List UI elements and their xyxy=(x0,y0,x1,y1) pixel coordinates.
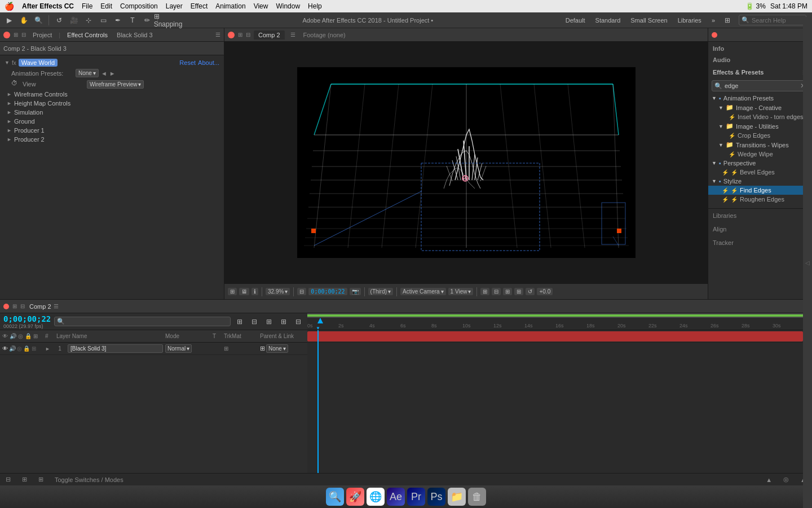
dock-ps[interactable]: Ps xyxy=(427,488,445,506)
tree-producer2[interactable]: ► Producer 2 xyxy=(0,135,224,144)
pan-tool[interactable]: ⊹ xyxy=(83,15,94,26)
item-inset-video[interactable]: ⚡ Inset Video - torn edges xyxy=(708,112,812,121)
comp-tab[interactable]: Comp 2 xyxy=(254,30,285,40)
align-label[interactable]: Align xyxy=(708,222,812,236)
layer-solo-btn[interactable]: ◎ xyxy=(17,345,22,353)
tl-view-btn[interactable]: ⊟ xyxy=(293,316,304,327)
resolution-btn[interactable]: ⊟ xyxy=(297,288,306,295)
menu-effect[interactable]: Effect xyxy=(191,2,208,10)
time-offset[interactable]: +0.0 xyxy=(537,288,553,295)
menu-file[interactable]: File xyxy=(82,2,92,10)
dock-finder[interactable]: 🔍 xyxy=(326,488,344,506)
status-icon3[interactable]: ⊞ xyxy=(38,476,43,483)
item-bevel-edges[interactable]: ⚡ ⚡ Bevel Edges xyxy=(708,168,812,177)
timeline-close[interactable] xyxy=(3,304,9,309)
reset-view-btn[interactable]: ↺ xyxy=(526,288,535,295)
effects-search[interactable]: 🔍 edge ✕ xyxy=(712,80,809,91)
tl-ruler[interactable]: 0s 2s 4s 6s 8s 10s 12s 14s 16s 18s 20s 2… xyxy=(307,318,812,330)
tl-track-area[interactable] xyxy=(307,330,812,473)
effects-presets-header[interactable]: Effects & Presets ☰ xyxy=(708,67,812,78)
group-animation-presets[interactable]: ▼ ▪ Animation Presets xyxy=(708,94,812,103)
menu-composition[interactable]: Composition xyxy=(120,2,158,10)
snapping-btn[interactable]: ⊞ Snapping xyxy=(162,15,174,26)
rotate-tool[interactable]: ↺ xyxy=(54,15,65,26)
dock-pr[interactable]: Pr xyxy=(407,488,425,506)
viewer-tools-btn[interactable]: ⊞ xyxy=(228,288,237,295)
tl-search-input[interactable] xyxy=(66,318,228,325)
viewer-monitor-btn[interactable]: 🖥 xyxy=(239,288,249,295)
layer-mode-dropdown[interactable]: Normal ▾ xyxy=(165,344,192,353)
menu-edit[interactable]: Edit xyxy=(100,2,112,10)
render-btn1[interactable]: ⊞ xyxy=(480,288,489,295)
tree-simulation[interactable]: ► Simulation xyxy=(0,108,224,117)
dock-chrome[interactable]: 🌐 xyxy=(367,488,385,506)
tl-mask-btn[interactable]: ⊞ xyxy=(278,316,289,327)
footage-tab[interactable]: Footage (none) xyxy=(299,30,350,40)
reset-btn[interactable]: Reset xyxy=(179,59,196,66)
item-roughen-edges[interactable]: ⚡ ⚡ Roughen Edges xyxy=(708,195,812,204)
zoom-tool[interactable]: 🔍 xyxy=(33,15,44,26)
tl-right-handle[interactable]: ◁ xyxy=(803,313,812,473)
tl-solo-btn[interactable]: ⊞ xyxy=(234,316,245,327)
item-find-edges[interactable]: ⚡ ⚡ Find Edges xyxy=(708,186,812,195)
ws-libraries[interactable]: Libraries xyxy=(674,16,705,25)
timeline-comp-tab[interactable]: Comp 2 xyxy=(29,303,51,310)
ws-default[interactable]: Default xyxy=(562,16,589,25)
tab-effect-controls[interactable]: Effect Controls xyxy=(64,30,111,40)
help-search-input[interactable] xyxy=(752,17,804,24)
dock-trash[interactable]: 🗑 xyxy=(468,488,486,506)
camera-dropdown[interactable]: Active Camera ▾ xyxy=(400,288,446,295)
group-image-utilities[interactable]: ▼ 📁 Image - Utilities xyxy=(708,121,812,131)
menu-window[interactable]: Window xyxy=(276,2,300,10)
camera-tool[interactable]: 🎥 xyxy=(68,15,80,26)
ws-standard[interactable]: Standard xyxy=(592,16,624,25)
render-btn2[interactable]: ⊟ xyxy=(492,288,501,295)
tl-search[interactable]: 🔍 xyxy=(54,317,231,326)
tree-ground[interactable]: ► Ground xyxy=(0,117,224,126)
preset-next[interactable]: ► xyxy=(109,70,116,77)
camera-snap-btn[interactable]: 📷 xyxy=(350,288,361,295)
tl-clip-1[interactable] xyxy=(307,331,803,341)
preset-prev[interactable]: ◄ xyxy=(101,70,107,77)
fx-toggle[interactable]: fx xyxy=(12,60,16,66)
dock-ae[interactable]: Ae xyxy=(387,488,405,506)
panel-close[interactable] xyxy=(3,32,10,38)
help-search[interactable]: 🔍 xyxy=(739,15,806,25)
comp-panel-close[interactable] xyxy=(228,32,235,38)
menu-view[interactable]: View xyxy=(254,2,268,10)
text-tool[interactable]: T xyxy=(127,15,138,26)
timeline-menu[interactable]: ☰ xyxy=(54,303,59,309)
group-transitions-wipes[interactable]: ▼ 📁 Transitions - Wipes xyxy=(708,140,812,150)
info-section[interactable]: Info xyxy=(708,42,812,53)
layer-expand-btn[interactable]: ► xyxy=(45,346,52,352)
right-panel-close[interactable] xyxy=(712,32,717,38)
item-wedge-wipe[interactable]: ⚡ Wedge Wipe xyxy=(708,150,812,159)
layer-audio-btn[interactable]: 🔊 xyxy=(9,345,16,353)
ws-small-screen[interactable]: Small Screen xyxy=(627,16,670,25)
layer-visible-btn[interactable]: 👁 xyxy=(2,345,8,353)
tab-project[interactable]: Project xyxy=(29,30,55,40)
tree-producer1[interactable]: ► Producer 1 xyxy=(0,126,224,135)
rect-tool[interactable]: ▭ xyxy=(98,15,109,26)
layer-name-cell[interactable]: [Black Solid 3] xyxy=(68,344,163,353)
grid-btn[interactable]: ⊞ xyxy=(514,288,523,295)
apple-menu[interactable]: 🍎 xyxy=(5,2,14,11)
tl-layer-btn[interactable]: ⊞ xyxy=(263,316,275,327)
group-stylize[interactable]: ▼ ▪ Stylize xyxy=(708,177,812,186)
view-count-dropdown[interactable]: 1 View ▾ xyxy=(448,288,474,295)
layer-lock-btn[interactable]: 🔒 xyxy=(23,345,30,353)
status-icon1[interactable]: ⊟ xyxy=(6,476,11,483)
audio-section[interactable]: Audio xyxy=(708,53,812,64)
status-icon4[interactable]: ▲ xyxy=(766,476,772,483)
view-dropdown[interactable]: (Third) ▾ xyxy=(368,288,393,295)
status-icon2[interactable]: ⊞ xyxy=(22,476,27,483)
viewer-info-btn[interactable]: ℹ xyxy=(251,288,258,295)
menu-layer[interactable]: Layer xyxy=(166,2,183,10)
item-crop-edges[interactable]: ⚡ Crop Edges xyxy=(708,131,812,140)
tree-height-map[interactable]: ► Height Map Controls xyxy=(0,99,224,108)
viewer-area[interactable] xyxy=(224,42,708,283)
status-icon5[interactable]: ◎ xyxy=(783,476,789,483)
select-tool[interactable]: ▶ xyxy=(3,15,15,26)
menu-help[interactable]: Help xyxy=(308,2,322,10)
dock-finder2[interactable]: 📁 xyxy=(448,488,466,506)
